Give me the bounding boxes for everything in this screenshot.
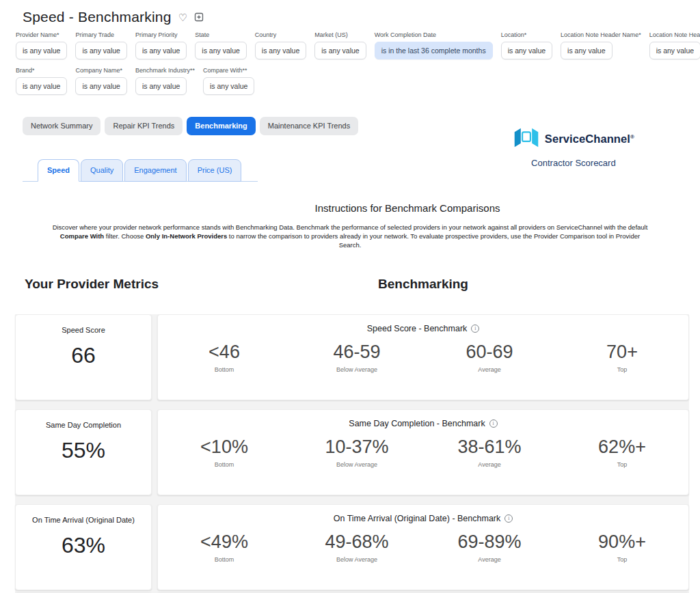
benchmark-title-row: On Time Arrival (Original Date) - Benchm… bbox=[158, 514, 688, 523]
filter-item: State is any value bbox=[195, 31, 246, 59]
favorite-icon[interactable]: ♡ bbox=[178, 12, 187, 23]
dashboard-header: Speed - Benchmarking ♡ bbox=[0, 0, 700, 25]
filter-value-box[interactable]: is any value bbox=[255, 42, 306, 59]
sub-tab[interactable]: Engagement bbox=[124, 159, 186, 182]
filter-value-box[interactable]: is any value bbox=[16, 77, 67, 95]
metric-row: On Time Arrival (Original Date) 63% On T… bbox=[15, 504, 689, 590]
tier-label: Bottom bbox=[158, 366, 291, 373]
instructions-body: Discover where your provider network per… bbox=[52, 223, 648, 249]
filter-value-box[interactable]: is any value bbox=[16, 42, 67, 59]
filter-item: Brand* is any value bbox=[16, 67, 67, 95]
filter-value-box[interactable]: is any value bbox=[314, 42, 366, 59]
metric-name: Same Day Completion bbox=[46, 421, 121, 429]
benchmark-tier: 90%+ Top bbox=[556, 532, 688, 563]
filter-value-box[interactable]: is any value bbox=[75, 42, 126, 59]
filter-label: State bbox=[195, 31, 246, 38]
filter-label: Primary Trade bbox=[75, 31, 126, 38]
tier-value: 38-61% bbox=[423, 437, 556, 458]
instructions-tile: Instructions for Benchmark Comparisons D… bbox=[0, 202, 700, 249]
benchmark-title: On Time Arrival (Original Date) - Benchm… bbox=[334, 514, 501, 523]
provider-metric-card: On Time Arrival (Original Date) 63% bbox=[15, 504, 152, 590]
filter-item: Compare With** is any value bbox=[203, 67, 254, 95]
tier-label: Bottom bbox=[158, 556, 291, 563]
info-icon[interactable]: i bbox=[489, 419, 498, 428]
brand-name: ServiceChannel® bbox=[545, 133, 634, 146]
filter-item: Location Note Header Name* is any value bbox=[561, 31, 641, 59]
filter-item: Primary Trade is any value bbox=[75, 31, 126, 59]
metric-value: 55% bbox=[62, 438, 105, 463]
metric-value: 66 bbox=[71, 343, 96, 368]
filter-label: Market (US) bbox=[314, 31, 366, 38]
filter-label: Location Note Header Value* bbox=[649, 31, 700, 38]
registered-mark: ® bbox=[630, 134, 634, 140]
filters-bar: Provider Name* is any value Primary Trad… bbox=[0, 31, 700, 95]
filter-value-box[interactable]: is any value bbox=[561, 42, 612, 59]
tier-value: 49-68% bbox=[291, 532, 423, 553]
instructions-text-segment: filter. Choose bbox=[104, 232, 146, 240]
info-icon[interactable]: i bbox=[471, 325, 479, 333]
filter-row-1: Provider Name* is any value Primary Trad… bbox=[16, 31, 700, 59]
provider-metric-card: Same Day Completion 55% bbox=[15, 409, 152, 495]
filter-value-box[interactable]: is any value bbox=[135, 77, 187, 95]
tier-label: Below Average bbox=[291, 556, 423, 563]
page-title: Speed - Benchmarking bbox=[23, 9, 172, 25]
sub-tab[interactable]: Speed bbox=[38, 159, 79, 182]
filter-item: Market (US) is any value bbox=[314, 31, 366, 59]
filter-label: Provider Name* bbox=[16, 31, 67, 38]
kpi-sub-tabs: Speed Quality Engagement Price (US) bbox=[23, 159, 258, 182]
benchmark-tiers: <46 Bottom 46-59 Below Average 60-69 bbox=[158, 342, 688, 373]
benchmark-title: Same Day Completion - Benchmark bbox=[349, 419, 485, 428]
benchmark-tier: 10-37% Below Average bbox=[291, 437, 423, 468]
sub-tab[interactable]: Quality bbox=[81, 159, 123, 182]
benchmark-title-row: Speed Score - Benchmark i bbox=[158, 324, 688, 333]
instructions-text-segment: Compare With bbox=[60, 232, 104, 240]
tier-value: <49% bbox=[158, 532, 291, 553]
filter-row-2: Brand* is any value Company Name* is any… bbox=[16, 67, 700, 95]
filter-value-box[interactable]: is any value bbox=[75, 77, 126, 95]
tier-label: Below Average bbox=[291, 461, 423, 468]
benchmark-tier: 49-68% Below Average bbox=[291, 532, 423, 563]
filter-label: Company Name* bbox=[75, 67, 126, 74]
tier-label: Below Average bbox=[291, 366, 423, 373]
filter-value-box[interactable]: is any value bbox=[135, 42, 187, 59]
nav-tab[interactable]: Network Summary bbox=[23, 117, 100, 135]
filter-value-box[interactable]: is in the last 36 complete months bbox=[375, 42, 493, 59]
filter-label: Location* bbox=[501, 31, 552, 38]
instructions-text-segment: Discover where your provider network per… bbox=[53, 223, 648, 231]
filter-value-box[interactable]: is any value bbox=[195, 42, 246, 59]
filter-item: Work Completion Date is in the last 36 c… bbox=[375, 31, 493, 59]
servicechannel-logo-icon bbox=[513, 127, 540, 151]
benchmark-tier: 46-59 Below Average bbox=[291, 342, 423, 373]
tier-value: 70+ bbox=[556, 342, 688, 363]
benchmark-tier: 62%+ Top bbox=[556, 437, 688, 468]
tier-value: 90%+ bbox=[556, 532, 688, 553]
filter-item: Benchmark Industry** is any value bbox=[135, 67, 195, 95]
tier-label: Top bbox=[556, 556, 688, 563]
sub-tab[interactable]: Price (US) bbox=[188, 159, 242, 182]
filter-value-box[interactable]: is any value bbox=[501, 42, 552, 59]
benchmark-tier: <10% Bottom bbox=[158, 437, 291, 468]
filter-value-box[interactable]: is any value bbox=[203, 77, 254, 95]
benchmark-title: Speed Score - Benchmark bbox=[367, 324, 468, 333]
tier-value: 62%+ bbox=[556, 437, 688, 458]
info-icon[interactable]: i bbox=[504, 514, 513, 523]
filter-value-box[interactable]: is any value bbox=[649, 42, 700, 59]
filter-item: Country is any value bbox=[255, 31, 306, 59]
filter-item: Location Note Header Value* is any value bbox=[649, 31, 700, 59]
nav-tab[interactable]: Benchmarking bbox=[187, 117, 255, 135]
benchmark-tiers: <10% Bottom 10-37% Below Average 38-61% bbox=[158, 437, 688, 468]
provider-metrics-heading: Your Provider Metrics bbox=[15, 277, 152, 292]
nav-tab[interactable]: Repair KPI Trends bbox=[105, 117, 183, 135]
tier-label: Top bbox=[556, 366, 688, 373]
tier-label: Top bbox=[556, 461, 688, 468]
benchmark-tier: <46 Bottom bbox=[158, 342, 291, 373]
filter-label: Brand* bbox=[16, 67, 67, 74]
filter-item: Provider Name* is any value bbox=[16, 31, 67, 59]
section-headings: Your Provider Metrics Benchmarking bbox=[0, 277, 700, 292]
nav-tab[interactable]: Maintenance KPI Trends bbox=[260, 117, 358, 135]
filter-item: Primary Priority is any value bbox=[135, 31, 187, 59]
filter-label: Compare With** bbox=[203, 67, 254, 74]
benchmark-tier: 60-69 Average bbox=[423, 342, 556, 373]
benchmarking-heading: Benchmarking bbox=[157, 277, 689, 292]
duplicate-icon[interactable] bbox=[194, 12, 204, 22]
